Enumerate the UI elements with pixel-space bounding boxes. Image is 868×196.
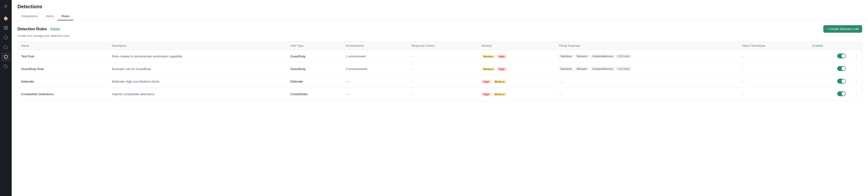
cell-name: Defender <box>18 75 108 88</box>
col-attack-techniques: Attack Techniques <box>739 42 809 50</box>
cell-threat-purposes: — <box>555 75 738 88</box>
col-environments: Environments <box>342 42 408 50</box>
sub-header-left: Detection Rules 4 Items <box>18 27 61 31</box>
sub-header: Detection Rules 4 Items + Create detecti… <box>18 25 862 33</box>
col-enabled: Enabled <box>809 42 849 50</box>
row-menu-button[interactable]: ⋮ <box>853 91 860 97</box>
severity-badge-high: High <box>497 54 507 58</box>
tab-rules[interactable]: Rules <box>58 12 73 21</box>
cell-attack-techniques: — <box>739 63 809 75</box>
page-header: Detections Integrations Alerts Rules <box>12 0 868 21</box>
threat-dash: — <box>559 92 562 96</box>
severity-badge-high: High <box>481 92 491 96</box>
cell-alert-type: Defender <box>287 75 342 88</box>
col-severity: Severity <box>478 42 555 50</box>
cell-enabled <box>809 75 849 88</box>
enabled-toggle[interactable] <box>837 53 846 58</box>
table-body: Test Rule Rule created to demonstrate au… <box>18 50 862 101</box>
threat-tag: Behavior <box>575 54 589 58</box>
threat-tag: CredentialAccess <box>590 54 615 58</box>
enabled-toggle[interactable] <box>837 66 846 71</box>
cell-attack-techniques: — <box>739 88 809 101</box>
cell-threat-purposes: — <box>555 88 738 101</box>
tab-integrations[interactable]: Integrations <box>18 12 42 21</box>
sidebar-item-home[interactable]: 🏠 <box>1 14 10 23</box>
cell-attack-techniques: — <box>739 75 809 88</box>
table-row: GuardDuty Rule Example rule for GuardDut… <box>18 63 862 75</box>
cell-name: Crowdstrike Detections <box>18 88 108 101</box>
cell-environments: — <box>342 75 408 88</box>
cell-enabled <box>809 88 849 101</box>
cell-environments: 1 environment <box>342 50 408 63</box>
sidebar-item-security[interactable] <box>1 52 10 61</box>
enabled-toggle[interactable] <box>837 91 846 96</box>
threat-dash: — <box>559 80 562 83</box>
sub-description: Create and manage your detection rules <box>18 34 862 38</box>
row-menu-button[interactable]: ⋮ <box>853 53 860 60</box>
detection-rules-table: Name Description Alert Type Environments… <box>18 41 862 101</box>
sidebar-logo: // <box>4 3 8 10</box>
cell-name: GuardDuty Rule <box>18 63 108 75</box>
table-row: Crowdstrike Detections Imports crowdstri… <box>18 88 862 101</box>
cell-severity: HighMedium <box>478 75 555 88</box>
create-detection-rule-button[interactable]: + Create detection rule <box>823 25 862 33</box>
cell-enabled <box>809 63 849 75</box>
row-menu-button[interactable]: ⋮ <box>853 79 860 85</box>
tab-alerts[interactable]: Alerts <box>42 12 58 21</box>
sub-title: Detection Rules <box>18 27 47 31</box>
cell-response-actions: — <box>408 75 478 88</box>
threat-tag: Behavior <box>575 67 589 71</box>
svg-rect-1 <box>6 26 7 27</box>
cell-name: Test Rule <box>18 50 108 63</box>
severity-badge-high: High <box>497 67 507 71</box>
table-header: Name Description Alert Type Environments… <box>18 42 862 50</box>
severity-badge-medium: Medium <box>493 92 507 96</box>
cell-menu: ⋮ <box>849 88 862 101</box>
col-response-actions: Response Actions <box>408 42 478 50</box>
svg-rect-0 <box>4 26 5 27</box>
cell-alert-type: GuardDuty <box>287 50 342 63</box>
cell-environments: 2 environments <box>342 63 408 75</box>
threat-tag: CredentialAccess <box>590 67 615 71</box>
cell-attack-techniques: — <box>739 50 809 63</box>
severity-badge-medium: Medium <box>481 67 496 71</box>
sidebar: // 🏠 <box>0 0 12 196</box>
sidebar-item-cloud[interactable] <box>1 43 10 51</box>
severity-badge-high: High <box>481 80 491 84</box>
svg-rect-3 <box>6 28 7 30</box>
svg-rect-2 <box>4 28 5 30</box>
page-title: Detections <box>18 4 862 9</box>
row-menu-button[interactable]: ⋮ <box>853 66 860 72</box>
col-name: Name <box>18 42 108 50</box>
enabled-toggle[interactable] <box>837 79 846 84</box>
cell-severity: MediumHigh <box>478 50 555 63</box>
cell-environments: — <box>342 88 408 101</box>
cell-severity: HighMedium <box>478 88 555 101</box>
table-row: Test Rule Rule created to demonstrate au… <box>18 50 862 63</box>
cell-description: Imports crowdstrike detections <box>108 88 287 101</box>
cell-threat-purposes: BackdoorBehaviorCredentialAccess+15 more <box>555 63 738 75</box>
cell-description: Rule created to demonstrate automation c… <box>108 50 287 63</box>
col-description: Description <box>108 42 287 50</box>
cell-description: Example rule for GuardDuty <box>108 63 287 75</box>
cell-threat-purposes: BackdoorBehaviorCredentialAccess+15 more <box>555 50 738 63</box>
col-menu <box>849 42 862 50</box>
severity-badge-medium: Medium <box>493 80 507 84</box>
cell-description: Defender High and Medium Alerts <box>108 75 287 88</box>
tab-bar: Integrations Alerts Rules <box>18 12 862 20</box>
threat-tag: Backdoor <box>559 54 574 58</box>
severity-badge-medium: Medium <box>481 54 496 58</box>
content-area: Detection Rules 4 Items + Create detecti… <box>12 21 868 196</box>
cell-enabled <box>809 50 849 63</box>
cell-response-actions: — <box>408 50 478 63</box>
main-content: Detections Integrations Alerts Rules Det… <box>12 0 868 196</box>
sidebar-item-list[interactable] <box>1 24 10 32</box>
sidebar-item-packages[interactable] <box>1 33 10 42</box>
sidebar-item-tag[interactable] <box>1 62 10 71</box>
cell-alert-type: GuardDuty <box>287 63 342 75</box>
cell-response-actions: — <box>408 88 478 101</box>
cell-menu: ⋮ <box>849 63 862 75</box>
threat-tag: Backdoor <box>559 67 574 71</box>
threat-more-tag: +15 more <box>616 54 631 58</box>
items-count-badge: 4 Items <box>49 27 61 31</box>
